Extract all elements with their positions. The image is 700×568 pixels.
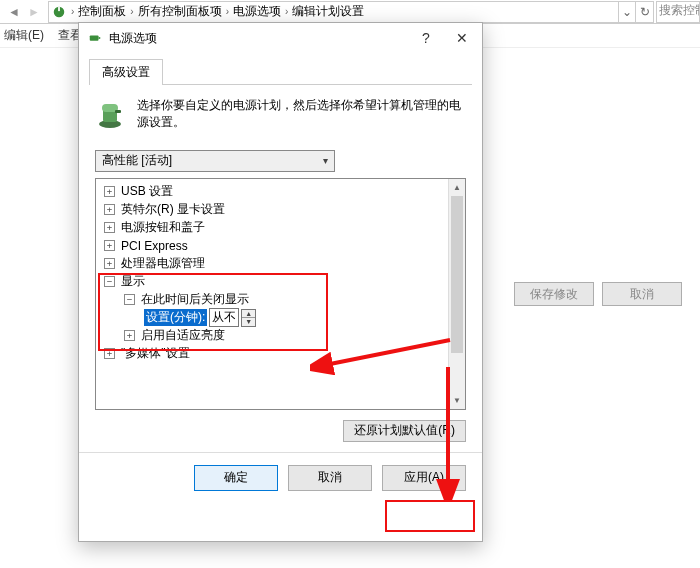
tree-item-display[interactable]: 显示 bbox=[98, 273, 463, 291]
battery-icon bbox=[87, 30, 103, 46]
svg-rect-3 bbox=[99, 37, 101, 39]
dialog-title: 电源选项 bbox=[109, 30, 408, 47]
nav-forward-button[interactable]: ► bbox=[24, 2, 44, 22]
scroll-down-icon[interactable]: ▼ bbox=[449, 392, 465, 409]
setting-spinner[interactable]: ▲▼ bbox=[241, 309, 256, 327]
expand-icon[interactable] bbox=[104, 258, 115, 269]
plug-icon bbox=[51, 4, 67, 20]
tree-item[interactable]: PCI Express bbox=[98, 237, 463, 255]
search-input[interactable]: 搜索控制 bbox=[656, 1, 700, 23]
expand-icon[interactable] bbox=[104, 186, 115, 197]
parent-window-buttons: 保存修改 取消 bbox=[514, 282, 682, 306]
collapse-icon[interactable] bbox=[104, 276, 115, 287]
ok-button[interactable]: 确定 bbox=[194, 465, 278, 491]
tree-item[interactable]: 处理器电源管理 bbox=[98, 255, 463, 273]
address-dropdown-button[interactable]: ⌄ bbox=[618, 1, 636, 23]
close-button[interactable]: ✕ bbox=[444, 24, 480, 52]
cancel-button[interactable]: 取消 bbox=[602, 282, 682, 306]
title-bar: 电源选项 ? ✕ bbox=[79, 23, 482, 53]
expand-icon[interactable] bbox=[104, 204, 115, 215]
annotation-highlight-apply bbox=[385, 500, 475, 532]
tree-item[interactable]: 电源按钮和盖子 bbox=[98, 219, 463, 237]
dialog-description: 选择你要自定义的电源计划，然后选择你希望计算机管理的电源设置。 bbox=[137, 97, 466, 132]
power-options-dialog: 电源选项 ? ✕ 高级设置 选择你要自定义的电源计划，然后选择你希望计算机管理的… bbox=[78, 22, 483, 542]
tree-scrollbar[interactable]: ▲ ▼ bbox=[448, 179, 465, 409]
breadcrumb-segment[interactable]: 控制面板 bbox=[76, 3, 128, 20]
breadcrumb-segment[interactable]: 电源选项 bbox=[231, 3, 283, 20]
chevron-down-icon: ▾ bbox=[323, 155, 328, 166]
tree-item[interactable]: "多媒体"设置 bbox=[98, 345, 463, 363]
breadcrumb[interactable]: › 控制面板 › 所有控制面板项 › 电源选项 › 编辑计划设置 bbox=[48, 1, 618, 23]
scroll-up-icon[interactable]: ▲ bbox=[449, 179, 465, 196]
separator bbox=[79, 452, 482, 453]
setting-value-input[interactable]: 从不 bbox=[209, 308, 239, 327]
breadcrumb-segment[interactable]: 编辑计划设置 bbox=[290, 3, 366, 20]
power-plan-selected: 高性能 [活动] bbox=[102, 152, 172, 169]
expand-icon[interactable] bbox=[104, 240, 115, 251]
expand-icon[interactable] bbox=[104, 222, 115, 233]
power-plan-icon bbox=[95, 97, 127, 131]
expand-icon[interactable] bbox=[124, 330, 135, 341]
chevron-right-icon: › bbox=[128, 6, 135, 17]
expand-icon[interactable] bbox=[104, 348, 115, 359]
setting-label: 设置(分钟): bbox=[144, 309, 207, 326]
scroll-thumb[interactable] bbox=[451, 196, 463, 353]
cancel-button[interactable]: 取消 bbox=[288, 465, 372, 491]
tab-strip: 高级设置 bbox=[79, 53, 482, 85]
menu-edit[interactable]: 编辑(E) bbox=[4, 27, 44, 44]
address-refresh-button[interactable]: ↻ bbox=[636, 1, 654, 23]
tree-item-display-off-after[interactable]: 在此时间后关闭显示 bbox=[98, 291, 463, 309]
power-plan-select[interactable]: 高性能 [活动] ▾ bbox=[95, 150, 335, 172]
svg-rect-2 bbox=[90, 35, 99, 40]
tree-item[interactable]: 英特尔(R) 显卡设置 bbox=[98, 201, 463, 219]
spinner-up-icon[interactable]: ▲ bbox=[242, 310, 255, 318]
tab-advanced-settings[interactable]: 高级设置 bbox=[89, 59, 163, 85]
nav-back-button[interactable]: ◄ bbox=[4, 2, 24, 22]
svg-rect-7 bbox=[115, 110, 121, 113]
breadcrumb-segment[interactable]: 所有控制面板项 bbox=[136, 3, 224, 20]
spinner-down-icon[interactable]: ▼ bbox=[242, 318, 255, 326]
tree-item-adaptive-brightness[interactable]: 启用自适应亮度 bbox=[98, 327, 463, 345]
save-changes-button[interactable]: 保存修改 bbox=[514, 282, 594, 306]
chevron-right-icon: › bbox=[283, 6, 290, 17]
restore-defaults-button[interactable]: 还原计划默认值(R) bbox=[343, 420, 466, 442]
help-button[interactable]: ? bbox=[408, 24, 444, 52]
tree-item[interactable]: USB 设置 bbox=[98, 183, 463, 201]
chevron-right-icon: › bbox=[69, 6, 76, 17]
settings-tree: USB 设置 英特尔(R) 显卡设置 电源按钮和盖子 PCI Express 处… bbox=[95, 178, 466, 410]
address-bar: ◄ ► › 控制面板 › 所有控制面板项 › 电源选项 › 编辑计划设置 ⌄ ↻… bbox=[0, 0, 700, 24]
tree-item-setting-row: 设置(分钟): 从不 ▲▼ bbox=[98, 309, 463, 327]
collapse-icon[interactable] bbox=[124, 294, 135, 305]
apply-button[interactable]: 应用(A) bbox=[382, 465, 466, 491]
svg-rect-1 bbox=[58, 6, 60, 10]
chevron-right-icon: › bbox=[224, 6, 231, 17]
